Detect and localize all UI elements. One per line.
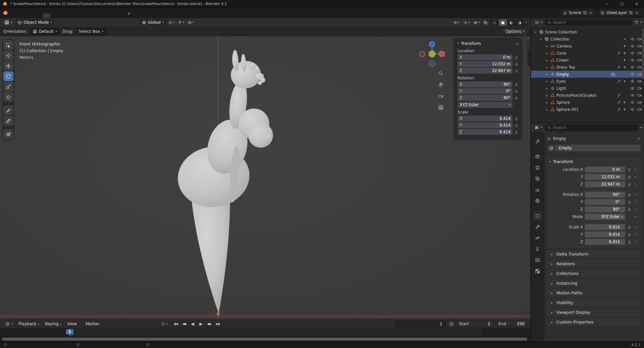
chevron-down-icon[interactable]: ▾ <box>166 323 167 325</box>
viewport-3d[interactable]: Front Orthographic (1) Collection | Empt… <box>0 36 530 319</box>
outliner-object-row-sphere[interactable]: ▸ Sphere <box>531 99 644 106</box>
prop-field[interactable]: 0 m ▾ <box>585 166 625 172</box>
expand-icon[interactable]: ▸ <box>545 87 549 90</box>
animate-decorator-icon[interactable]: • <box>634 200 637 204</box>
lock-open-icon[interactable] <box>627 207 632 212</box>
lock-open-icon[interactable] <box>627 193 632 197</box>
workspace-tab-scripting[interactable] <box>117 13 124 18</box>
viewport-menu-view[interactable] <box>55 21 60 23</box>
disable-render-icon[interactable] <box>637 100 642 105</box>
disable-render-icon[interactable] <box>637 44 642 48</box>
hide-eye-icon[interactable] <box>630 51 635 55</box>
current-frame-field[interactable]: 1 <box>395 321 446 327</box>
disable-render-icon[interactable] <box>637 86 642 90</box>
transform-panel-header[interactable]: ▾ Transform <box>549 158 638 166</box>
xray-toggle[interactable] <box>482 19 489 26</box>
animate-decorator-icon[interactable]: • <box>634 183 637 186</box>
animate-decorator-icon[interactable]: • <box>634 175 637 179</box>
disable-render-icon[interactable] <box>637 65 642 69</box>
outliner-object-row-light[interactable]: ▸ Light <box>531 85 644 92</box>
gizmo-y-ball[interactable] <box>429 51 436 58</box>
animate-decorator-icon[interactable]: • <box>634 225 637 229</box>
animate-decorator-icon[interactable]: • <box>634 215 637 218</box>
expand-icon[interactable]: ▸ <box>545 59 549 62</box>
use-preview-range-icon[interactable] <box>449 322 454 326</box>
prop-field[interactable]: 0° ▾ <box>585 199 625 205</box>
hide-eye-icon[interactable] <box>630 44 635 48</box>
proportional-editing-toggle[interactable]: ▾ <box>186 19 195 26</box>
properties-tab-object[interactable] <box>533 211 543 220</box>
viewlayer-selector[interactable]: ViewLayer × <box>598 9 641 16</box>
lock-open-icon[interactable] <box>514 82 519 87</box>
shading-rendered-button[interactable]: ◑ <box>516 19 524 26</box>
chevron-down-icon[interactable]: ▾ <box>640 126 642 129</box>
remove-viewlayer-icon[interactable]: × <box>635 11 639 15</box>
tool-button-transform[interactable] <box>3 92 13 102</box>
model-3d[interactable] <box>174 50 273 314</box>
orientation-dropdown[interactable]: Global ▾ <box>140 19 166 26</box>
hide-eye-icon[interactable] <box>630 100 635 105</box>
outliner-object-row-crown[interactable]: ▸ Crown <box>531 57 644 64</box>
prev-keyframe-button[interactable]: ◀◆ <box>180 321 188 327</box>
hide-eye-icon[interactable] <box>630 86 635 90</box>
lock-open-icon[interactable] <box>627 175 632 179</box>
viewport-menu-select[interactable] <box>61 21 66 23</box>
add-workspace-button[interactable]: + <box>124 10 133 18</box>
chevron-down-icon[interactable]: ▾ <box>640 21 642 24</box>
minimize-button[interactable]: ─ <box>600 0 614 7</box>
scene-selector[interactable]: Scene × <box>560 9 595 16</box>
lock-open-icon[interactable] <box>514 62 519 66</box>
shading-wireframe-button[interactable]: ○ <box>490 19 498 26</box>
tool-button-add-cube[interactable] <box>3 129 13 139</box>
outliner-object-row-empty[interactable]: ▸ Empty <box>531 71 644 78</box>
number-field[interactable]: Y 0° <box>458 88 513 94</box>
expand-icon[interactable]: ▸ <box>545 73 549 76</box>
tool-button-cursor[interactable] <box>3 51 13 60</box>
hide-eye-icon[interactable] <box>630 58 635 62</box>
pivot-dropdown[interactable]: ▾ <box>167 19 176 26</box>
mode-dropdown[interactable]: Object Mode ▾ <box>15 19 54 26</box>
drag-value-dropdown[interactable]: Select Box ▾ <box>76 28 106 35</box>
expand-icon[interactable]: ▾ <box>533 30 538 34</box>
pan-hand-icon[interactable] <box>437 81 444 88</box>
animate-decorator-icon[interactable]: • <box>634 233 637 236</box>
prop-field[interactable]: 9.414 ▾ <box>585 231 625 237</box>
timeline-menu-playback[interactable]: Playback ▾ <box>16 321 42 327</box>
hide-eye-icon[interactable] <box>630 72 635 76</box>
tool-button-rotate[interactable] <box>3 71 13 81</box>
number-field[interactable]: X 9.414 <box>458 116 513 122</box>
properties-tab-scene[interactable] <box>533 185 543 194</box>
expand-icon[interactable]: ▸ <box>545 94 549 97</box>
lock-open-icon[interactable] <box>627 232 632 237</box>
outliner-scrollbar[interactable] <box>642 28 644 79</box>
ortho-grid-icon[interactable] <box>437 104 444 111</box>
jump-to-start-button[interactable]: ▮◀ <box>172 321 179 327</box>
section-row-visibility[interactable]: ▸ Visibility <box>547 298 641 307</box>
prop-field[interactable]: 12.032 m ▾ <box>585 174 625 180</box>
orientation-value-dropdown[interactable]: Default ▾ <box>30 28 60 35</box>
shading-solid-button[interactable]: ● <box>499 19 507 26</box>
play-button[interactable]: ▶ <box>197 321 205 327</box>
prop-field[interactable]: 90° ▾ <box>585 192 625 198</box>
outliner-editor-type-button[interactable]: ▾ <box>533 19 543 25</box>
scrollbar-thumb[interactable] <box>2 338 527 341</box>
viewport-menu-add[interactable] <box>67 21 72 23</box>
workspace-tab-layout[interactable] <box>43 13 50 18</box>
number-field[interactable]: Z 90° <box>458 95 513 101</box>
jump-to-end-button[interactable]: ▶▮ <box>214 321 221 327</box>
new-viewlayer-icon[interactable] <box>629 11 633 15</box>
blender-menu-icon[interactable] <box>3 10 8 15</box>
properties-tab-constraints[interactable] <box>533 245 543 254</box>
maximize-button[interactable]: □ <box>614 0 629 7</box>
shading-material-button[interactable]: ◐ <box>507 19 515 26</box>
number-field[interactable]: Z 9.414 <box>458 129 513 135</box>
editor-type-button[interactable]: ▾ <box>2 19 14 26</box>
prop-field[interactable]: 9.414 ▾ <box>585 224 625 230</box>
overlays-dropdown[interactable]: ▾ <box>472 19 481 26</box>
expand-icon[interactable]: ▸ <box>545 45 549 48</box>
frame-end-field[interactable]: End 250 <box>495 321 528 327</box>
timeline-editor-type-button[interactable]: ▾ <box>3 321 15 327</box>
properties-tab-data[interactable] <box>533 256 543 265</box>
rotation-mode-dropdown[interactable]: XYZ Euler ▾ <box>458 102 513 108</box>
timeline-menu-marker[interactable]: Marker ▾ <box>83 321 105 327</box>
